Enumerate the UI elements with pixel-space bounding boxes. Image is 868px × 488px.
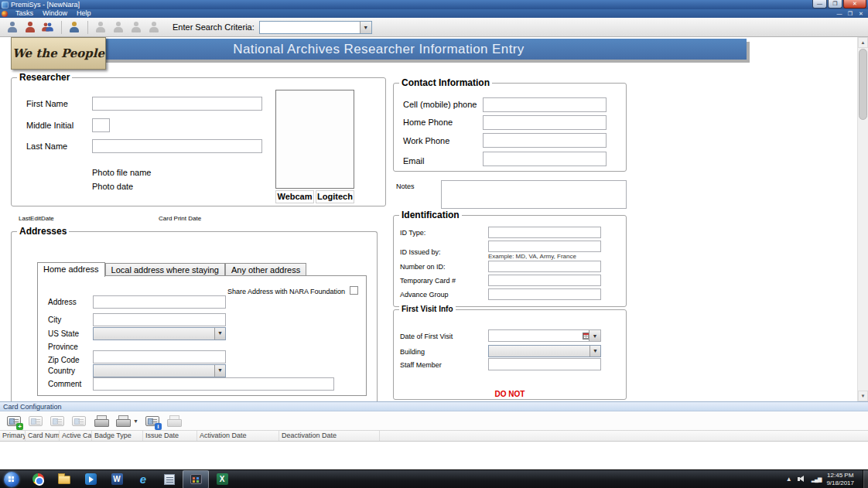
info-badge-icon: i <box>155 423 162 430</box>
main-toolbar: Enter Search Criteria: ▼ <box>0 18 868 37</box>
temporary-card-input[interactable] <box>488 275 601 286</box>
zip-code-label: Zip Code <box>48 356 80 364</box>
new-researcher-button[interactable] <box>22 19 38 36</box>
save-record-button[interactable] <box>92 19 108 36</box>
column-header-primary[interactable]: Primary <box>0 431 26 441</box>
search-criteria-combobox[interactable]: ▼ <box>259 21 372 34</box>
taskbar-clock[interactable]: 12:45 PM 9/18/2017 <box>826 472 857 487</box>
badge-card-button[interactable]: i <box>143 413 162 429</box>
tab-home-address[interactable]: Home address <box>37 262 105 277</box>
taskbar-item-premisys[interactable] <box>183 470 209 488</box>
chevron-down-icon[interactable]: ▼ <box>589 330 600 341</box>
encode-card-button[interactable] <box>91 413 110 429</box>
menu-item-help[interactable]: Help <box>72 9 96 18</box>
work-phone-input[interactable] <box>483 133 607 148</box>
view-card-button[interactable] <box>70 413 88 429</box>
column-header-active-card[interactable]: Active Card <box>60 431 92 441</box>
comment-input[interactable] <box>93 377 334 391</box>
staff-member-input[interactable] <box>488 358 601 370</box>
id-type-input[interactable] <box>488 227 601 238</box>
taskbar-item-media-player[interactable] <box>77 470 104 488</box>
chevron-down-icon[interactable]: ▼ <box>360 22 371 33</box>
restore-button[interactable]: ❐ <box>828 0 842 9</box>
column-header-deactivation-date[interactable]: Deactivation Date <box>279 431 380 441</box>
scroll-up-button[interactable]: ▲ <box>858 37 868 48</box>
form-banner: National Archives Researcher Information… <box>11 39 747 60</box>
premisys-icon <box>190 474 202 484</box>
cell-phone-input[interactable] <box>483 97 607 112</box>
start-button[interactable] <box>4 472 19 487</box>
taskbar-item-chrome[interactable] <box>25 470 51 488</box>
menu-item-window[interactable]: Window <box>38 9 72 18</box>
add-card-button[interactable]: + <box>5 413 23 429</box>
chevron-down-icon[interactable]: ▼ <box>214 328 225 340</box>
mdi-restore-button[interactable]: ❐ <box>846 9 854 18</box>
refresh-record-button[interactable] <box>145 19 162 36</box>
id-issued-by-input[interactable] <box>488 241 601 252</box>
column-header-card-number[interactable]: Card Number <box>26 431 60 441</box>
researcher-lookup-button[interactable] <box>4 19 20 36</box>
zip-code-input[interactable] <box>93 350 226 363</box>
network-icon[interactable]: ▂▄▆ <box>812 476 822 483</box>
middle-initial-input[interactable] <box>92 118 110 132</box>
chevron-down-icon[interactable]: ▼ <box>589 346 600 357</box>
country-select[interactable]: ▼ <box>93 364 226 377</box>
share-foundation-checkbox[interactable] <box>350 286 358 295</box>
taskbar-item-explorer[interactable] <box>51 470 77 488</box>
show-desktop-button[interactable] <box>863 470 868 488</box>
mdi-minimize-button[interactable]: — <box>836 9 843 18</box>
folder-icon <box>58 476 70 484</box>
taskbar-item-word[interactable]: W <box>104 470 130 488</box>
taskbar-item-excel[interactable]: X <box>209 470 235 488</box>
tab-local-address[interactable]: Local address where staying <box>105 263 225 276</box>
card-toolbar: + ▼ i <box>0 411 868 431</box>
person-gray-icon <box>149 22 159 32</box>
city-label: City <box>48 316 61 324</box>
us-state-select[interactable]: ▼ <box>93 327 226 340</box>
people-button[interactable] <box>39 19 56 36</box>
chevron-down-icon[interactable]: ▼ <box>214 365 225 377</box>
menu-item-tasks[interactable]: Tasks <box>11 9 38 18</box>
logitech-button[interactable]: Logitech <box>316 190 354 203</box>
delete-card-button[interactable] <box>48 413 67 429</box>
delete-record-button[interactable] <box>128 19 144 36</box>
webcam-button[interactable]: Webcam <box>275 190 314 203</box>
city-input[interactable] <box>93 313 226 326</box>
first-name-input[interactable] <box>92 97 262 111</box>
scroll-down-button[interactable]: ▼ <box>858 391 868 401</box>
vertical-scrollbar[interactable]: ▲ ▼ <box>857 37 868 401</box>
chevron-down-icon[interactable]: ▼ <box>133 418 138 424</box>
country-label: Country <box>48 367 75 375</box>
number-on-id-input[interactable] <box>488 261 601 272</box>
column-header-activation-date[interactable]: Activation Date <box>197 431 279 441</box>
advance-group-input[interactable] <box>488 288 601 300</box>
tab-other-address[interactable]: Any other address <box>225 263 306 276</box>
address-input[interactable] <box>93 295 226 309</box>
building-select[interactable]: ▼ <box>488 345 601 357</box>
id-issued-hint: Example: MD, VA, Army, France <box>488 253 576 260</box>
mdi-close-button[interactable]: ✕ <box>857 9 865 18</box>
column-header-issue-date[interactable]: Issue Date <box>143 431 197 441</box>
edit-card-button[interactable] <box>26 413 45 429</box>
print-card-button[interactable] <box>113 413 132 429</box>
badge-holder-button[interactable] <box>66 19 82 36</box>
photo-preview <box>275 90 354 189</box>
email-input[interactable] <box>483 152 607 166</box>
person-red-icon <box>25 22 36 32</box>
tray-expand-icon[interactable]: ▲ <box>786 476 792 483</box>
home-phone-input[interactable] <box>483 115 607 130</box>
close-button[interactable]: ✕ <box>843 0 866 9</box>
home-address-tabpage: Share Address with NARA Foundation Addre… <box>37 275 367 396</box>
column-header-badge-type[interactable]: Badge Type <box>92 431 143 441</box>
card-printer-button[interactable] <box>165 413 183 429</box>
volume-icon[interactable] <box>798 475 806 483</box>
undo-record-button[interactable] <box>110 19 126 36</box>
taskbar-item-notes[interactable] <box>156 470 183 488</box>
notes-textarea[interactable] <box>441 180 627 209</box>
scroll-thumb[interactable] <box>859 49 867 120</box>
minimize-button[interactable]: — <box>812 0 827 9</box>
date-of-first-visit-input[interactable]: ▼ <box>488 329 601 342</box>
last-name-input[interactable] <box>92 139 262 153</box>
identification-section-title: Identification <box>399 210 462 220</box>
taskbar-item-ie[interactable]: e <box>130 470 156 488</box>
